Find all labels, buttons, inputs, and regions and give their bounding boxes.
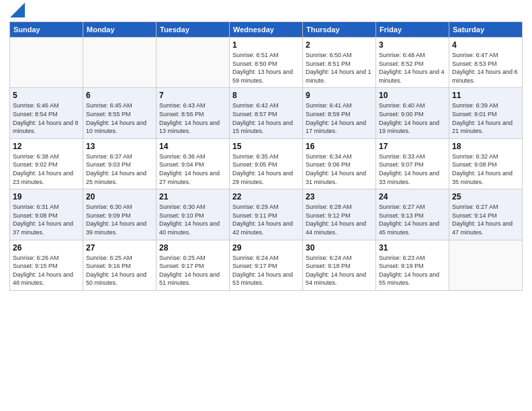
calendar-week-1: 1Sunrise: 6:51 AMSunset: 8:50 PMDaylight… [10, 38, 523, 88]
weekday-header-thursday: Thursday [303, 22, 376, 38]
cell-date: 2 [306, 40, 373, 50]
cell-date: 20 [86, 192, 153, 201]
weekday-header-saturday: Saturday [449, 22, 523, 38]
calendar-cell: 21Sunrise: 6:30 AMSunset: 9:10 PMDayligh… [157, 189, 230, 240]
calendar-cell: 31Sunrise: 6:23 AMSunset: 9:19 PMDayligh… [376, 240, 449, 290]
calendar-cell: 17Sunrise: 6:33 AMSunset: 9:07 PMDayligh… [376, 138, 449, 189]
calendar-cell: 1Sunrise: 6:51 AMSunset: 8:50 PMDaylight… [230, 38, 303, 88]
calendar-cell: 15Sunrise: 6:35 AMSunset: 9:05 PMDayligh… [230, 138, 303, 189]
calendar-week-4: 19Sunrise: 6:31 AMSunset: 9:08 PMDayligh… [10, 189, 523, 240]
calendar-cell: 27Sunrise: 6:25 AMSunset: 9:16 PMDayligh… [83, 240, 157, 290]
cell-date: 24 [379, 192, 446, 201]
calendar-cell: 9Sunrise: 6:41 AMSunset: 8:59 PMDaylight… [303, 88, 376, 138]
calendar-cell: 3Sunrise: 6:48 AMSunset: 8:52 PMDaylight… [376, 38, 449, 88]
cell-info: Sunrise: 6:27 AMSunset: 9:14 PMDaylight:… [452, 203, 519, 236]
calendar-cell: 8Sunrise: 6:42 AMSunset: 8:57 PMDaylight… [230, 88, 303, 138]
calendar-cell [10, 38, 83, 88]
cell-info: Sunrise: 6:40 AMSunset: 9:00 PMDaylight:… [379, 101, 446, 135]
cell-info: Sunrise: 6:28 AMSunset: 9:12 PMDaylight:… [306, 203, 373, 236]
cell-info: Sunrise: 6:46 AMSunset: 8:54 PMDaylight:… [13, 101, 80, 135]
cell-date: 5 [13, 91, 80, 100]
cell-info: Sunrise: 6:51 AMSunset: 8:50 PMDaylight:… [232, 51, 300, 85]
cell-info: Sunrise: 6:23 AMSunset: 9:19 PMDaylight:… [379, 254, 446, 287]
calendar-cell: 2Sunrise: 6:50 AMSunset: 8:51 PMDaylight… [303, 38, 376, 88]
calendar-week-3: 12Sunrise: 6:38 AMSunset: 9:02 PMDayligh… [10, 138, 523, 189]
calendar-cell: 12Sunrise: 6:38 AMSunset: 9:02 PMDayligh… [10, 138, 83, 189]
cell-info: Sunrise: 6:48 AMSunset: 8:52 PMDaylight:… [379, 51, 446, 85]
cell-date: 7 [159, 91, 226, 100]
cell-info: Sunrise: 6:43 AMSunset: 8:56 PMDaylight:… [159, 101, 226, 135]
cell-date: 30 [306, 243, 373, 253]
weekday-header-tuesday: Tuesday [157, 22, 230, 38]
header [9, 7, 523, 17]
calendar-cell: 16Sunrise: 6:34 AMSunset: 9:06 PMDayligh… [303, 138, 376, 189]
cell-date: 23 [306, 192, 373, 201]
cell-info: Sunrise: 6:50 AMSunset: 8:51 PMDaylight:… [306, 51, 373, 85]
logo [9, 7, 25, 17]
cell-info: Sunrise: 6:36 AMSunset: 9:04 PMDaylight:… [159, 152, 226, 186]
cell-date: 19 [13, 192, 80, 201]
calendar-cell: 24Sunrise: 6:27 AMSunset: 9:13 PMDayligh… [376, 189, 449, 240]
calendar-cell: 4Sunrise: 6:47 AMSunset: 8:53 PMDaylight… [449, 38, 523, 88]
cell-date: 9 [306, 91, 373, 100]
calendar-cell [157, 38, 230, 88]
calendar-cell [83, 38, 157, 88]
calendar-cell: 6Sunrise: 6:45 AMSunset: 8:55 PMDaylight… [83, 88, 157, 138]
cell-date: 15 [232, 142, 300, 151]
calendar-cell: 25Sunrise: 6:27 AMSunset: 9:14 PMDayligh… [449, 189, 523, 240]
cell-info: Sunrise: 6:45 AMSunset: 8:55 PMDaylight:… [86, 101, 153, 135]
cell-info: Sunrise: 6:41 AMSunset: 8:59 PMDaylight:… [306, 101, 373, 135]
cell-date: 29 [232, 243, 300, 253]
calendar-cell: 10Sunrise: 6:40 AMSunset: 9:00 PMDayligh… [376, 88, 449, 138]
cell-date: 22 [232, 192, 300, 201]
weekday-header-monday: Monday [83, 22, 157, 38]
cell-date: 26 [13, 243, 80, 253]
cell-date: 25 [452, 192, 519, 201]
cell-date: 14 [159, 142, 226, 151]
weekday-header-sunday: Sunday [10, 22, 83, 38]
calendar-cell: 18Sunrise: 6:32 AMSunset: 9:08 PMDayligh… [449, 138, 523, 189]
cell-date: 27 [86, 243, 153, 253]
calendar-cell: 22Sunrise: 6:29 AMSunset: 9:11 PMDayligh… [230, 189, 303, 240]
svg-marker-0 [10, 3, 25, 17]
cell-info: Sunrise: 6:26 AMSunset: 9:15 PMDaylight:… [13, 254, 80, 287]
cell-info: Sunrise: 6:37 AMSunset: 9:03 PMDaylight:… [86, 152, 153, 186]
cell-info: Sunrise: 6:33 AMSunset: 9:07 PMDaylight:… [379, 152, 446, 186]
page: SundayMondayTuesdayWednesdayThursdayFrid… [0, 0, 532, 411]
cell-date: 21 [159, 192, 226, 201]
cell-date: 12 [13, 142, 80, 151]
calendar-cell: 11Sunrise: 6:39 AMSunset: 9:01 PMDayligh… [449, 88, 523, 138]
cell-info: Sunrise: 6:42 AMSunset: 8:57 PMDaylight:… [232, 101, 300, 135]
weekday-header-friday: Friday [376, 22, 449, 38]
cell-info: Sunrise: 6:24 AMSunset: 9:18 PMDaylight:… [306, 254, 373, 287]
cell-date: 6 [86, 91, 153, 100]
cell-date: 4 [452, 40, 519, 50]
calendar-week-2: 5Sunrise: 6:46 AMSunset: 8:54 PMDaylight… [10, 88, 523, 138]
cell-info: Sunrise: 6:30 AMSunset: 9:09 PMDaylight:… [86, 203, 153, 236]
cell-date: 8 [232, 91, 300, 100]
calendar-cell: 26Sunrise: 6:26 AMSunset: 9:15 PMDayligh… [10, 240, 83, 290]
calendar-week-5: 26Sunrise: 6:26 AMSunset: 9:15 PMDayligh… [10, 240, 523, 290]
calendar-cell: 30Sunrise: 6:24 AMSunset: 9:18 PMDayligh… [303, 240, 376, 290]
calendar-cell: 14Sunrise: 6:36 AMSunset: 9:04 PMDayligh… [157, 138, 230, 189]
cell-info: Sunrise: 6:25 AMSunset: 9:17 PMDaylight:… [159, 254, 226, 287]
cell-info: Sunrise: 6:38 AMSunset: 9:02 PMDaylight:… [13, 152, 80, 186]
cell-date: 28 [159, 243, 226, 253]
cell-info: Sunrise: 6:39 AMSunset: 9:01 PMDaylight:… [452, 101, 519, 135]
calendar-cell: 19Sunrise: 6:31 AMSunset: 9:08 PMDayligh… [10, 189, 83, 240]
cell-date: 31 [379, 243, 446, 253]
cell-info: Sunrise: 6:30 AMSunset: 9:10 PMDaylight:… [159, 203, 226, 236]
calendar-cell: 28Sunrise: 6:25 AMSunset: 9:17 PMDayligh… [157, 240, 230, 290]
calendar-cell: 13Sunrise: 6:37 AMSunset: 9:03 PMDayligh… [83, 138, 157, 189]
cell-date: 18 [452, 142, 519, 151]
cell-info: Sunrise: 6:31 AMSunset: 9:08 PMDaylight:… [13, 203, 80, 236]
cell-info: Sunrise: 6:25 AMSunset: 9:16 PMDaylight:… [86, 254, 153, 287]
calendar-cell: 5Sunrise: 6:46 AMSunset: 8:54 PMDaylight… [10, 88, 83, 138]
calendar-table: SundayMondayTuesdayWednesdayThursdayFrid… [9, 21, 523, 291]
cell-date: 16 [306, 142, 373, 151]
calendar-header-row: SundayMondayTuesdayWednesdayThursdayFrid… [10, 22, 523, 38]
cell-info: Sunrise: 6:32 AMSunset: 9:08 PMDaylight:… [452, 152, 519, 186]
calendar-cell: 7Sunrise: 6:43 AMSunset: 8:56 PMDaylight… [157, 88, 230, 138]
calendar-cell [449, 240, 523, 290]
cell-date: 17 [379, 142, 446, 151]
